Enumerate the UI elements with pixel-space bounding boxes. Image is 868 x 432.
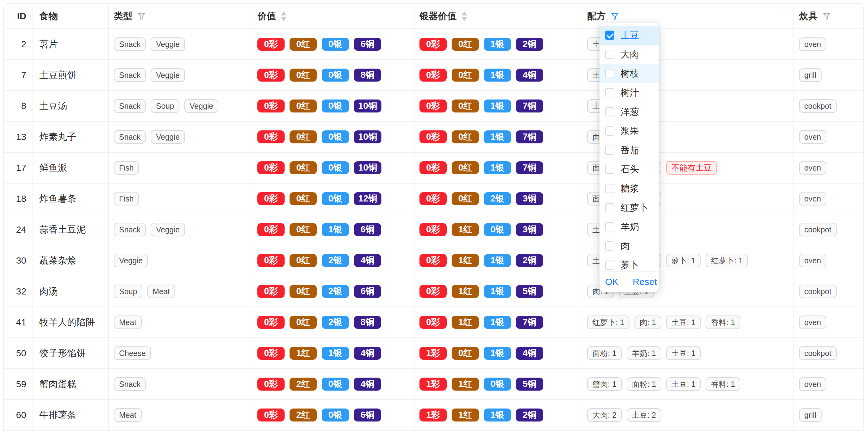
food-name: 薯片 bbox=[39, 38, 58, 51]
table-row: 17鲜鱼派Fish0彩0红0银10铜0彩0红1银7铜面粉: 1蔬菜: 1不能有土… bbox=[4, 153, 863, 184]
table-row: 41牧羊人的陷阱Meat0彩0红2银8铜0彩1红1银7铜红萝卜: 1肉: 1土豆… bbox=[4, 307, 863, 338]
cookware-cell: cookpot bbox=[794, 338, 863, 369]
value-badge: 6铜 bbox=[354, 223, 381, 236]
type-tag: Soup bbox=[151, 99, 179, 113]
value-badge: 0彩 bbox=[257, 316, 285, 329]
filter-option[interactable]: 萝卜 bbox=[599, 256, 659, 271]
silver-value-badge: 5铜 bbox=[516, 377, 543, 391]
filter-option[interactable]: 羊奶 bbox=[599, 217, 659, 236]
silver-value-badge: 0红 bbox=[452, 347, 479, 360]
checkbox-checked-icon[interactable] bbox=[605, 31, 614, 40]
cookware-cell: oven bbox=[794, 184, 863, 214]
value-badge: 0银 bbox=[322, 100, 349, 112]
value-badge: 0银 bbox=[322, 38, 349, 51]
column-header-food-label: 食物 bbox=[39, 10, 58, 23]
checkbox-icon[interactable] bbox=[605, 50, 614, 59]
checkbox-icon[interactable] bbox=[605, 145, 614, 155]
value-badge: 2红 bbox=[289, 408, 317, 422]
value-cell: 0彩1红1银4铜 bbox=[252, 338, 414, 369]
value-badge: 12铜 bbox=[354, 192, 381, 205]
value-badge: 0彩 bbox=[257, 285, 285, 298]
cookware-tag: cookpot bbox=[799, 285, 837, 298]
table-row: 7土豆煎饼SnackVeggie0彩0红0银8铜0彩0红1银4铜土豆: 2gri… bbox=[4, 60, 863, 91]
checkbox-icon[interactable] bbox=[605, 88, 614, 97]
food-name: 蒜香土豆泥 bbox=[39, 224, 86, 236]
filter-option[interactable]: 糖浆 bbox=[599, 179, 659, 198]
checkbox-icon[interactable] bbox=[605, 203, 614, 212]
filter-option-list: 土豆大肉树枝树汁洋葱浆果番茄石头糖浆红萝卜羊奶肉萝卜 bbox=[599, 23, 659, 271]
filter-option-label: 树枝 bbox=[621, 67, 639, 80]
filter-option[interactable]: 石头 bbox=[599, 160, 659, 179]
value-badge: 0彩 bbox=[257, 69, 285, 81]
type-tag: Meat bbox=[147, 285, 175, 298]
sort-ascending-caret-icon bbox=[462, 11, 467, 15]
silver-value-badge: 1红 bbox=[452, 254, 479, 267]
sort-descending-caret-icon bbox=[462, 17, 467, 21]
value-badge: 0红 bbox=[289, 69, 317, 81]
recipe-filter-funnel-icon-active[interactable] bbox=[611, 12, 619, 21]
value-sorter-icon[interactable] bbox=[281, 11, 286, 21]
filter-option[interactable]: 洋葱 bbox=[599, 102, 659, 122]
value-badge: 4铜 bbox=[354, 347, 381, 360]
checkbox-icon[interactable] bbox=[605, 241, 614, 251]
value-badge: 0银 bbox=[322, 69, 349, 81]
recipe-tag: 土豆: 2 bbox=[627, 408, 661, 422]
id-cell: 24 bbox=[4, 214, 32, 245]
checkbox-icon[interactable] bbox=[605, 184, 614, 193]
id-cell: 7 bbox=[4, 60, 32, 91]
filter-option[interactable]: 红萝卜 bbox=[599, 198, 659, 217]
silver-value-badge: 7铜 bbox=[516, 161, 543, 174]
silver-value-sorter-icon[interactable] bbox=[462, 11, 467, 21]
silver-value-badge: 1彩 bbox=[420, 377, 447, 391]
filter-option-label: 萝卜 bbox=[621, 259, 639, 271]
checkbox-icon[interactable] bbox=[605, 222, 614, 231]
filter-option[interactable]: 树汁 bbox=[599, 83, 659, 102]
filter-option[interactable]: 番茄 bbox=[599, 141, 659, 160]
filter-option[interactable]: 土豆 bbox=[599, 26, 659, 45]
value-badge: 6铜 bbox=[354, 285, 381, 298]
silver-value-badge: 0彩 bbox=[420, 69, 447, 81]
food-cell: 炸鱼薯条 bbox=[32, 184, 109, 214]
checkbox-icon[interactable] bbox=[605, 165, 614, 174]
value-badge: 8铜 bbox=[354, 69, 381, 81]
silver-value-badge: 1银 bbox=[484, 254, 511, 267]
food-name: 蔬菜杂烩 bbox=[39, 254, 76, 267]
cookware-filter-funnel-icon[interactable] bbox=[823, 12, 831, 21]
type-tag: Veggie bbox=[151, 37, 185, 51]
silver-value-cell: 1彩0红1银4铜 bbox=[414, 338, 583, 369]
silver-value-badge: 0彩 bbox=[420, 192, 447, 205]
silver-value-badge: 1银 bbox=[484, 130, 511, 143]
food-name: 土豆汤 bbox=[39, 100, 67, 112]
filter-reset-button[interactable]: Reset bbox=[632, 276, 657, 287]
silver-value-badge: 1银 bbox=[484, 408, 511, 422]
recipe-forbidden-tag: 不能有土豆 bbox=[666, 161, 717, 175]
cookware-tag: cookpot bbox=[799, 223, 837, 236]
value-badge: 10铜 bbox=[354, 100, 381, 112]
value-badge: 0红 bbox=[289, 130, 317, 143]
filter-ok-button[interactable]: OK bbox=[605, 276, 618, 287]
type-cell: SnackVeggie bbox=[109, 214, 252, 245]
id-value: 2 bbox=[21, 39, 26, 49]
type-filter-funnel-icon[interactable] bbox=[137, 12, 146, 21]
checkbox-icon[interactable] bbox=[605, 69, 614, 78]
checkbox-icon[interactable] bbox=[605, 126, 614, 136]
table-row: 8土豆汤SnackSoupVeggie0彩0红0银10铜0彩0红1银7铜土豆: … bbox=[4, 91, 863, 122]
silver-value-badge: 0红 bbox=[452, 161, 479, 174]
checkbox-icon[interactable] bbox=[605, 107, 614, 117]
id-cell: 2 bbox=[4, 29, 32, 60]
filter-option[interactable]: 肉 bbox=[599, 236, 659, 256]
checkbox-icon[interactable] bbox=[605, 261, 614, 270]
silver-value-badge: 0彩 bbox=[420, 130, 447, 143]
id-cell: 41 bbox=[4, 307, 32, 338]
id-cell: 30 bbox=[4, 245, 32, 276]
filter-option[interactable]: 树枝 bbox=[599, 64, 659, 83]
filter-option[interactable]: 浆果 bbox=[599, 122, 659, 141]
filter-option-label: 浆果 bbox=[621, 125, 639, 137]
recipe-cell: 红萝卜: 1肉: 1土豆: 1香料: 1 bbox=[583, 307, 794, 338]
type-tag: Fish bbox=[114, 192, 139, 205]
type-cell: Veggie bbox=[109, 245, 252, 276]
type-tag: Snack bbox=[114, 68, 146, 82]
column-header-type-label: 类型 bbox=[114, 10, 132, 23]
filter-option[interactable]: 大肉 bbox=[599, 45, 659, 64]
type-tag: Meat bbox=[114, 315, 142, 329]
